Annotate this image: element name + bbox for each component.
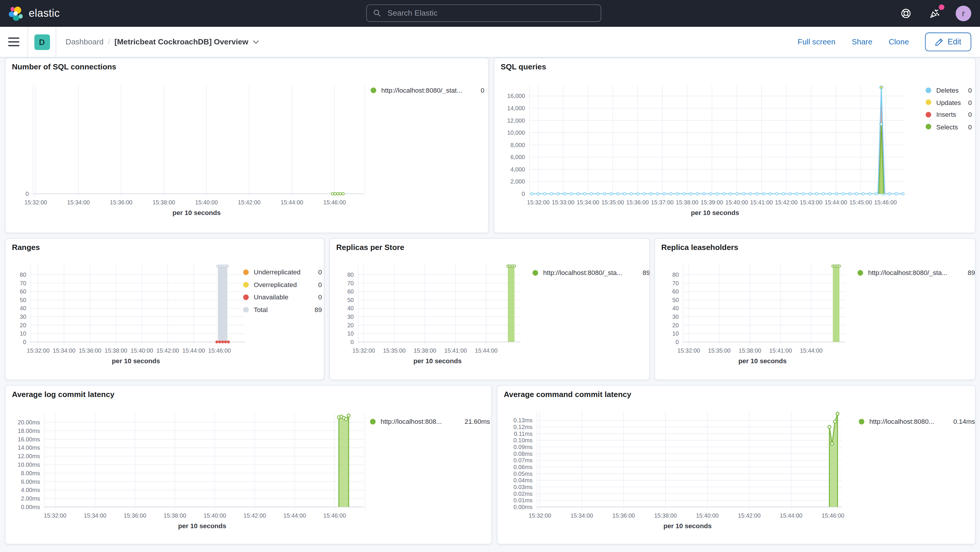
svg-text:15:44:00: 15:44:00 — [182, 347, 205, 354]
svg-text:15:34:00: 15:34:00 — [84, 512, 107, 519]
svg-text:60: 60 — [20, 288, 26, 295]
legend-item[interactable]: http://localhost:8080/_sta...89 — [533, 269, 650, 277]
chart-plot-sql-queries[interactable]: 02,0004,0006,0008,00010,00012,00014,0001… — [494, 58, 975, 233]
svg-text:15:36:00: 15:36:00 — [110, 199, 132, 205]
svg-text:14.00ms: 14.00ms — [18, 444, 40, 451]
svg-text:2.00ms: 2.00ms — [21, 495, 40, 502]
svg-text:50: 50 — [347, 297, 354, 303]
legend-item[interactable]: http://localhost:808...21.60ms — [370, 418, 490, 425]
hamburger-icon — [8, 38, 19, 46]
panel-title-ranges: Ranges — [12, 243, 40, 252]
svg-text:0: 0 — [350, 339, 354, 345]
svg-text:15:40:00: 15:40:00 — [130, 347, 153, 354]
svg-text:30: 30 — [672, 313, 679, 320]
svg-text:70: 70 — [20, 280, 26, 286]
svg-text:15:32:00: 15:32:00 — [352, 347, 375, 354]
legend-ranges: Underreplicated0Overreplicated0Unavailab… — [243, 268, 322, 313]
legend-label: Underreplicated — [254, 268, 301, 276]
legend-item[interactable]: http://localhost:8080/_sta...89 — [858, 269, 975, 277]
svg-text:18.00ms: 18.00ms — [18, 428, 40, 434]
legend-item[interactable]: Deletes0 — [926, 86, 972, 94]
legend-item[interactable]: http://localhost:8080/_stat...0 — [371, 86, 485, 94]
chart-plot-replicas-per-store[interactable]: 0102030405060708015:32:0015:35:0015:38:0… — [330, 239, 650, 380]
svg-text:0.03ms: 0.03ms — [513, 484, 533, 490]
svg-text:15:46:00: 15:46:00 — [323, 512, 346, 519]
legend-item[interactable]: Total89 — [243, 305, 322, 313]
svg-text:15:44:00: 15:44:00 — [280, 199, 303, 205]
dashboard-app-badge[interactable]: D — [34, 34, 50, 50]
panel-title-sql-connections: Number of SQL connections — [12, 63, 116, 72]
svg-text:15:45:00: 15:45:00 — [850, 199, 872, 205]
svg-text:0.01ms: 0.01ms — [513, 497, 533, 503]
svg-text:80: 80 — [20, 272, 26, 278]
edit-button[interactable]: Edit — [925, 33, 972, 51]
panel-ranges: Ranges0102030405060708015:32:0015:34:001… — [5, 238, 324, 380]
legend-item[interactable]: Inserts0 — [926, 111, 972, 118]
svg-text:15:33:00: 15:33:00 — [552, 199, 574, 205]
chart-plot-replica-leaseholders[interactable]: 0102030405060708015:32:0015:35:0015:38:0… — [655, 239, 975, 380]
breadcrumb-current[interactable]: [Metricbeat CockroachDB] Overview — [115, 38, 259, 46]
legend-dot-icon — [533, 270, 538, 275]
svg-text:15:32:00: 15:32:00 — [44, 512, 67, 519]
svg-text:20: 20 — [672, 322, 679, 328]
svg-text:20.00ms: 20.00ms — [18, 419, 40, 426]
svg-text:15:35:00: 15:35:00 — [601, 199, 624, 205]
svg-text:15:46:00: 15:46:00 — [874, 199, 897, 205]
legend-label: Unavailable — [254, 293, 288, 301]
legend-item[interactable]: Overreplicated0 — [243, 280, 322, 288]
svg-text:0.09ms: 0.09ms — [513, 444, 533, 450]
svg-text:15:42:00: 15:42:00 — [243, 512, 266, 519]
svg-text:15:32:00: 15:32:00 — [27, 347, 49, 354]
legend-item[interactable]: Selects0 — [926, 123, 972, 130]
svg-text:15:38:00: 15:38:00 — [164, 512, 186, 519]
legend-value: 89 — [639, 269, 650, 277]
svg-text:15:34:00: 15:34:00 — [570, 512, 593, 519]
panel-title-avg-log-commit-latency: Average log commit latency — [12, 390, 115, 399]
svg-text:15:46:00: 15:46:00 — [323, 199, 346, 205]
svg-text:15:44:00: 15:44:00 — [283, 512, 306, 519]
legend-label: http://localhost:8080/_stat... — [381, 86, 462, 94]
legend-item[interactable]: Underreplicated0 — [243, 268, 322, 276]
svg-text:15:46:00: 15:46:00 — [822, 512, 845, 519]
svg-text:0.08ms: 0.08ms — [513, 450, 533, 457]
legend-label: http://localhost:8080... — [869, 418, 934, 425]
kibana-dashboard-app: elastic — [0, 0, 980, 552]
svg-text:30: 30 — [347, 313, 354, 320]
svg-text:per 10 seconds: per 10 seconds — [178, 522, 226, 530]
legend-sql-queries: Deletes0Updates0Inserts0Selects0 — [926, 86, 972, 130]
legend-dot-icon — [926, 124, 931, 129]
panel-sql-connections: Number of SQL connections015:32:0015:34:… — [5, 58, 489, 233]
svg-text:per 10 seconds: per 10 seconds — [112, 357, 160, 365]
svg-text:15:32:00: 15:32:00 — [678, 347, 700, 354]
svg-text:15:36:00: 15:36:00 — [79, 347, 102, 354]
chart-plot-sql-connections[interactable]: 015:32:0015:34:0015:36:0015:38:0015:40:0… — [6, 58, 489, 233]
legend-item[interactable]: Updates0 — [926, 99, 972, 106]
svg-text:15:36:00: 15:36:00 — [626, 199, 649, 205]
breadcrumb-separator: / — [108, 38, 110, 46]
chart-plot-avg-command-commit-latency[interactable]: 0.00ms0.01ms0.02ms0.03ms0.04ms0.05ms0.06… — [498, 386, 975, 545]
svg-text:12,000: 12,000 — [507, 117, 525, 124]
dashboard-grid: Number of SQL connections015:32:0015:34:… — [0, 0, 980, 552]
breadcrumb-dashboard-link[interactable]: Dashboard — [65, 38, 103, 46]
clone-button[interactable]: Clone — [889, 38, 909, 46]
panel-avg-log-commit-latency: Average log commit latency0.00ms2.00ms4.… — [5, 385, 492, 544]
svg-text:15:43:00: 15:43:00 — [800, 199, 822, 205]
full-screen-button[interactable]: Full screen — [798, 38, 836, 46]
legend-item[interactable]: http://localhost:8080...0.14ms — [859, 418, 975, 425]
legend-item[interactable]: Unavailable0 — [243, 293, 322, 301]
svg-text:12.00ms: 12.00ms — [18, 453, 40, 459]
svg-text:0.10ms: 0.10ms — [513, 437, 533, 444]
svg-text:15:42:00: 15:42:00 — [238, 199, 261, 205]
chart-plot-avg-log-commit-latency[interactable]: 0.00ms2.00ms4.00ms6.00ms8.00ms10.00ms12.… — [6, 386, 492, 545]
svg-text:0: 0 — [23, 339, 26, 345]
svg-text:per 10 seconds: per 10 seconds — [414, 357, 461, 365]
svg-text:15:40:00: 15:40:00 — [195, 199, 218, 205]
menu-button[interactable] — [0, 27, 28, 57]
svg-text:0: 0 — [675, 339, 679, 345]
svg-text:6,000: 6,000 — [511, 154, 525, 160]
share-button[interactable]: Share — [852, 38, 872, 46]
legend-dot-icon — [926, 99, 931, 105]
legend-avg-command-commit-latency: http://localhost:8080...0.14ms — [859, 418, 975, 425]
toolbar-actions: Full screen Share Clone Edit — [798, 33, 971, 51]
svg-text:50: 50 — [20, 297, 26, 303]
